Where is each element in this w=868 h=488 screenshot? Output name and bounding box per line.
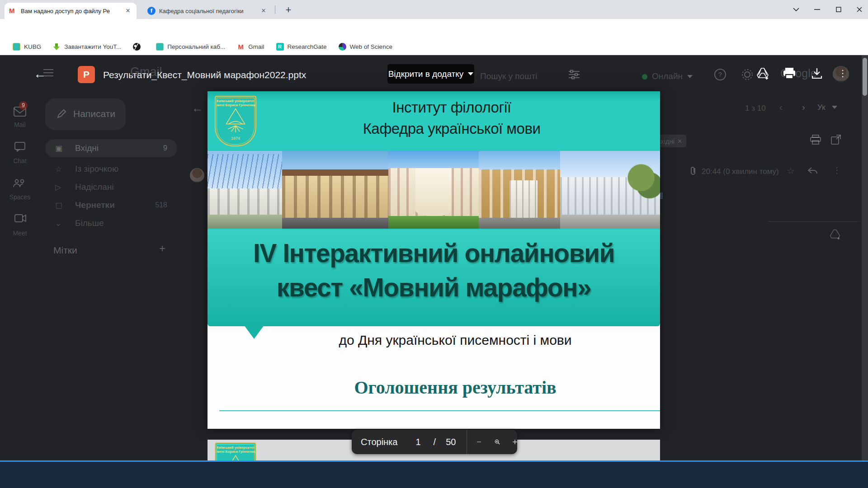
- page-controls-toolbar: Сторінка 1 / 50: [352, 430, 517, 454]
- powerpoint-file-icon: P: [78, 66, 95, 83]
- sidebar-item-drafts: ▢Чернетки518: [45, 196, 177, 214]
- bookmark-kubg[interactable]: KUBG: [13, 43, 41, 51]
- window-minimize-button[interactable]: [809, 4, 825, 15]
- university-logo-badge: Київський університет імені Бориса Грінч…: [215, 96, 256, 146]
- campus-photo: [282, 151, 388, 229]
- tab-divider: [275, 5, 275, 14]
- facebook-favicon: f: [147, 7, 156, 15]
- zoom-magnifier-icon[interactable]: [495, 436, 500, 447]
- attachment-filename: Результати_Квест_Мовний марафон2022.pptx: [103, 70, 306, 80]
- star-message-icon: ☆: [787, 165, 795, 176]
- overlay-scrollbar-track[interactable]: [862, 55, 868, 462]
- slide-divider-line: [219, 410, 660, 411]
- labels-title: Мітки: [53, 245, 77, 256]
- institute-line: Інститут філології: [253, 97, 651, 118]
- bookmark-researchgate[interactable]: R ResearchGate: [276, 43, 327, 51]
- previous-page-arrow-icon[interactable]: ←: [192, 101, 203, 115]
- download-icon[interactable]: [811, 68, 823, 80]
- sidebar-item-more: ⌄Більше: [45, 214, 177, 232]
- campus-photo-collage: [208, 149, 660, 230]
- print-message-icon: [810, 135, 821, 145]
- svg-text:?: ?: [718, 71, 722, 78]
- campus-photo: [479, 151, 560, 229]
- sidebar-item-starred: ☆Із зірочкою: [45, 160, 177, 178]
- tab-facebook[interactable]: f Кафедра соціальної педагогіки ✕: [143, 3, 272, 19]
- slide-org-lines: Інститут філології Кафедра української м…: [253, 97, 651, 139]
- bookmark-download-youtube[interactable]: Завантажити YouT...: [53, 43, 121, 51]
- browser-tab-strip: M Вам надано доступ до файлу Ре ✕ f Кафе…: [0, 0, 868, 19]
- zoom-in-icon[interactable]: [513, 437, 517, 446]
- tab-close-icon[interactable]: ✕: [259, 7, 268, 15]
- slide-page-1: Київський університет імені Бориса Грінч…: [208, 91, 660, 429]
- tab-close-icon[interactable]: ✕: [124, 7, 132, 15]
- preview-more-options-icon[interactable]: ⋮: [838, 68, 847, 79]
- message-pagination: 1 з 10: [745, 104, 766, 113]
- page-separator: /: [434, 437, 436, 447]
- pencil-icon: [57, 109, 66, 118]
- settings-gear-icon: [741, 69, 753, 80]
- attachment-clip-icon: [689, 166, 697, 175]
- zoom-out-icon[interactable]: [477, 441, 481, 443]
- next-message-icon: ›: [802, 102, 805, 113]
- input-language-caret-icon: [832, 106, 837, 109]
- open-in-app-button[interactable]: Відкрити в додатку: [387, 64, 474, 84]
- bookmark-gmail[interactable]: M Gmail: [237, 43, 264, 51]
- bookmark-web-of-science[interactable]: Web of Science: [339, 43, 392, 51]
- prev-message-icon: ‹: [779, 102, 783, 113]
- sender-avatar-ghost: [190, 168, 204, 183]
- slide-title: IV Інтерактивний онлайновий квест «Мовни…: [208, 236, 660, 305]
- window-maximize-button[interactable]: [831, 4, 846, 15]
- message-timestamp: 20:44 (0 хвилин тому): [702, 167, 779, 176]
- screen: M Вам надано доступ до файлу Ре ✕ f Кафе…: [0, 0, 868, 488]
- chat-rail-icon: [14, 142, 25, 152]
- overlay-scrollbar-thumb[interactable]: [863, 58, 867, 96]
- university-emblem-icon: [223, 107, 248, 133]
- online-status-dot: [642, 74, 647, 80]
- mail-badge: 9: [19, 101, 28, 110]
- meet-rail-icon: [14, 214, 26, 222]
- pager-divider: [467, 430, 467, 454]
- open-in-app-caret-icon: [468, 72, 473, 75]
- bookmark-personal-cabinet[interactable]: Персональний каб...: [156, 43, 225, 51]
- rail-spaces-label: Spaces: [8, 193, 32, 201]
- add-to-drive-icon[interactable]: [756, 67, 769, 80]
- input-language: Ук: [817, 103, 825, 112]
- download-arrow-icon: [53, 43, 61, 51]
- add-label-icon: +: [159, 242, 165, 255]
- tab-gmail[interactable]: M Вам надано доступ до файлу Ре ✕: [5, 3, 137, 19]
- gmail-m-icon: M: [237, 43, 245, 51]
- rail-meet-label: Meet: [10, 230, 30, 237]
- ghost-divider: [769, 221, 859, 222]
- gmail-favicon: M: [9, 8, 17, 14]
- sidebar-item-inbox: ▣Вхідні9: [45, 139, 177, 157]
- reply-icon: [807, 167, 817, 174]
- rail-mail-label: Mail: [11, 121, 29, 128]
- window-menu-chevron-icon[interactable]: [788, 4, 804, 15]
- spaces-rail-icon: [13, 178, 26, 188]
- campus-photo: [560, 151, 660, 229]
- new-tab-button[interactable]: +: [282, 4, 295, 17]
- tab-title: Кафедра соціальної педагогіки: [159, 8, 259, 14]
- search-options-sliders-icon: [569, 70, 580, 80]
- campus-photo: [388, 151, 479, 229]
- message-more-icon: ⋮: [833, 165, 841, 175]
- chip-remove-icon: ✕: [677, 138, 682, 145]
- preview-back-arrow-icon[interactable]: ←: [33, 67, 46, 81]
- label-chip: хідні✕: [656, 135, 686, 147]
- print-icon[interactable]: [783, 68, 796, 80]
- add-to-drive-ghost-icon: [829, 229, 841, 240]
- bookmarks-bar: KUBG Завантажити YouT... Персональний ка…: [0, 38, 868, 55]
- window-close-button[interactable]: [852, 4, 867, 15]
- department-line: Кафедра української мови: [253, 118, 651, 139]
- current-page[interactable]: 1: [415, 437, 420, 447]
- university-logo-badge: Київський університет імені Бориса Грінч…: [215, 442, 256, 462]
- page-label: Сторінка: [361, 437, 397, 447]
- search-placeholder: Пошук у пошті: [480, 71, 537, 81]
- tab-title: Вам надано доступ до файлу Ре: [21, 8, 124, 14]
- bookmark-globe[interactable]: [133, 43, 144, 51]
- rail-chat-label: Chat: [11, 157, 29, 164]
- web-of-science-icon: [339, 43, 346, 51]
- cabinet-icon: [156, 43, 164, 51]
- online-status-label: Онлайн: [652, 71, 683, 81]
- attachment-preview-overlay: Gmail Пошук у пошті Онлайн ? Google ← P …: [0, 55, 868, 462]
